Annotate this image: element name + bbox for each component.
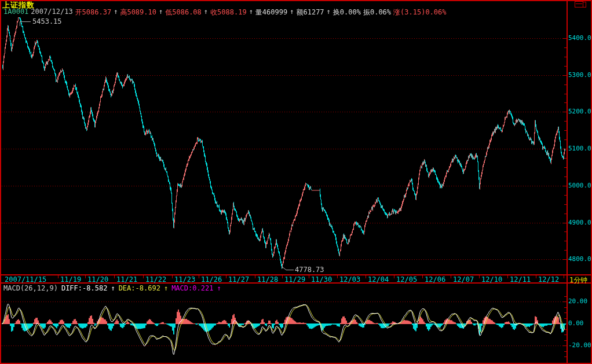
quote-info-segment: ↑ [159,8,163,17]
quote-info-segment: ↑ [290,8,294,17]
quote-info-bar: 1A00012007/12/13开5086.37↑高5089.10↑低5086.… [3,8,447,17]
macd-legend-segment: DIFF:-8.582 [61,284,107,292]
macd-legend-segment: ↑ [217,284,221,292]
macd-legend-segment: MACD:0.221 [171,284,213,292]
date-label: 11/26 [201,275,222,284]
macd-axis-label: 0.00 [568,319,584,327]
charts-canvas[interactable] [0,0,592,364]
date-label: 12/06 [425,275,445,284]
date-label: 12/07 [453,275,474,284]
quote-info-segment: 2007/12/13 [31,8,72,17]
quote-info-segment: 涨(3.15)0.06% [393,8,446,17]
quote-info-segment: ↑ [204,8,208,17]
quote-info-segment: 低5086.08 [165,8,202,17]
quote-info-segment: ↑ [327,8,331,17]
price-axis-label: 5100.0 [568,145,591,152]
macd-legend-segment: DEA:-8.692 [119,284,160,292]
quote-info-segment: 高5089.10 [120,8,156,17]
price-axis-label: 5400.0 [568,34,591,42]
date-label: 12/03 [339,275,360,284]
macd-legend-segment: ↑ [164,284,168,292]
macd-axis-label: -20.00 [568,341,591,349]
price-axis-label: 5300.0 [568,71,591,79]
date-label: 11/27 [228,275,249,284]
date-label: 12/05 [396,275,417,284]
date-label: 2007/11/15 [5,275,46,284]
date-label: 11/22 [145,275,166,284]
quote-info-segment: 换0.00% [333,8,361,17]
macd-axis-label: 20.00 [568,297,587,305]
date-label: 11/29 [284,275,305,284]
quote-info-segment: 额61277 [296,8,324,17]
macd-legend-segment: MACD(26,12,9) [3,284,58,292]
quote-info-segment: 1A0001 [3,8,28,17]
quote-info-segment: ↑ [114,8,118,17]
date-label: 11/19 [60,275,81,284]
price-axis-label: 5000.0 [568,182,591,189]
macd-legend-segment: ↑ [111,284,115,292]
date-label: 11/21 [116,275,137,284]
price-axis-label: 4900.0 [568,219,591,226]
low-annotation: 4778.73 [295,266,324,274]
quote-info-segment: ↑ [249,8,253,17]
quote-info-segment: 振0.06% [363,8,391,17]
date-label: 12/04 [368,275,389,284]
restore-window-icon[interactable] [575,1,587,8]
quote-info-segment: 收5088.19 [210,8,247,17]
date-label: 12/12 [538,275,559,284]
axis-separator-line [567,1,568,363]
date-label: 12/11 [510,275,531,284]
period-label[interactable]: 1分钟 [569,275,587,285]
app-window: 上证指数 1A00012007/12/13开5086.37↑高5089.10↑低… [0,0,592,364]
date-label: 12/10 [481,275,502,284]
price-axis-label: 5200.0 [568,108,591,115]
quote-info-segment: 量460999 [255,8,287,17]
high-annotation: 5453.15 [32,17,62,25]
quote-info-segment: 开5086.37 [75,8,112,17]
macd-legend: MACD(26,12,9)DIFF:-8.582↑DEA:-8.692↑MACD… [3,284,221,292]
date-label: 11/28 [257,275,278,284]
date-label: 11/20 [87,275,108,284]
date-label: 11/30 [311,275,332,284]
date-label: 11/23 [174,275,195,284]
price-axis-label: 4800.0 [568,255,591,263]
